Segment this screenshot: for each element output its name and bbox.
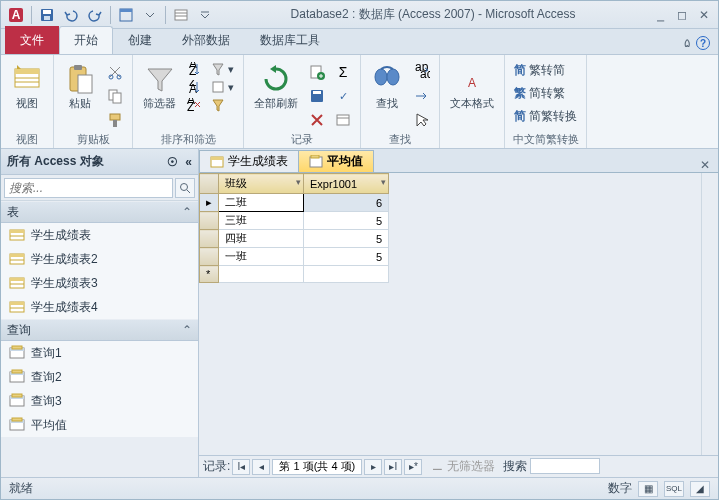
svg-rect-66: [12, 418, 22, 421]
selection-filter-button[interactable]: ▾: [208, 61, 237, 77]
view-button[interactable]: 视图: [7, 61, 47, 111]
nav-item-label: 平均值: [31, 417, 67, 434]
nav-search-button[interactable]: [175, 178, 195, 198]
column-header[interactable]: 班级▾: [219, 174, 304, 194]
document-tab[interactable]: 学生成绩表: [199, 150, 299, 172]
record-search-input[interactable]: [530, 458, 600, 474]
nav-item[interactable]: 查询3: [1, 389, 198, 413]
grid-cell[interactable]: [304, 266, 389, 283]
sort-asc-button[interactable]: AZ: [184, 61, 204, 77]
nav-group-header[interactable]: 查询⌃: [1, 319, 198, 341]
tab-database-tools[interactable]: 数据库工具: [245, 26, 335, 54]
design-view-button[interactable]: ◢: [690, 481, 710, 497]
save-icon[interactable]: [36, 4, 58, 26]
cut-icon[interactable]: [104, 61, 126, 83]
nav-last-button[interactable]: ▸I: [384, 459, 402, 475]
chinese-convert-button[interactable]: 简简繁转换: [511, 107, 580, 126]
redo-icon[interactable]: [84, 4, 106, 26]
svg-rect-57: [12, 346, 22, 349]
totals-icon[interactable]: Σ: [332, 61, 354, 83]
qat-customize-icon[interactable]: [194, 4, 216, 26]
trad-to-simp-button[interactable]: 简繁转简: [511, 61, 580, 80]
row-selector[interactable]: [200, 212, 219, 230]
record-position-input[interactable]: [272, 459, 362, 475]
toggle-filter-button[interactable]: [208, 97, 237, 113]
undo-icon[interactable]: [60, 4, 82, 26]
grid-cell[interactable]: 5: [304, 230, 389, 248]
close-tab-button[interactable]: ✕: [692, 158, 718, 172]
qat-table-icon[interactable]: [170, 4, 192, 26]
column-header[interactable]: Expr1001▾: [304, 174, 389, 194]
close-button[interactable]: ✕: [694, 7, 714, 23]
nav-item[interactable]: 学生成绩表: [1, 223, 198, 247]
nav-dropdown-icon[interactable]: ☉: [167, 155, 178, 169]
grid-cell[interactable]: 5: [304, 212, 389, 230]
advanced-filter-button[interactable]: ▾: [208, 79, 237, 95]
nav-first-button[interactable]: I◂: [232, 459, 250, 475]
nav-search-input[interactable]: [4, 178, 173, 198]
row-selector[interactable]: ▸: [200, 194, 219, 212]
app-icon[interactable]: A: [5, 4, 27, 26]
sort-desc-button[interactable]: ZA: [184, 79, 204, 95]
tab-external-data[interactable]: 外部数据: [167, 26, 245, 54]
select-icon[interactable]: [411, 109, 433, 131]
nav-item[interactable]: 学生成绩表2: [1, 247, 198, 271]
help-icon[interactable]: ?: [696, 36, 710, 50]
minimize-button[interactable]: ⎯: [650, 7, 670, 23]
nav-collapse-icon[interactable]: «: [185, 155, 192, 169]
nav-header[interactable]: 所有 Access 对象 ☉ «: [1, 149, 198, 175]
save-record-icon[interactable]: [306, 85, 328, 107]
grid-cell[interactable]: 一班: [219, 248, 304, 266]
grid-cell[interactable]: 5: [304, 248, 389, 266]
vertical-scrollbar[interactable]: [701, 173, 718, 455]
new-record-icon[interactable]: [306, 61, 328, 83]
nav-item[interactable]: 查询2: [1, 365, 198, 389]
simp-to-trad-button[interactable]: 繁简转繁: [511, 84, 580, 103]
nav-prev-button[interactable]: ◂: [252, 459, 270, 475]
delete-record-icon[interactable]: [306, 109, 328, 131]
svg-rect-70: [311, 155, 319, 158]
nav-item[interactable]: 学生成绩表3: [1, 271, 198, 295]
text-format-button[interactable]: A 文本格式: [446, 61, 498, 111]
goto-icon[interactable]: [411, 85, 433, 107]
copy-icon[interactable]: [104, 85, 126, 107]
maximize-button[interactable]: ◻: [672, 7, 692, 23]
grid-cell[interactable]: [219, 266, 304, 283]
tab-file[interactable]: 文件: [5, 26, 59, 54]
nav-item[interactable]: 学生成绩表4: [1, 295, 198, 319]
format-painter-icon[interactable]: [104, 109, 126, 131]
minimize-ribbon-icon[interactable]: ۵: [684, 36, 690, 50]
nav-item[interactable]: 平均值: [1, 413, 198, 437]
row-selector[interactable]: [200, 230, 219, 248]
nav-next-button[interactable]: ▸: [364, 459, 382, 475]
nav-item[interactable]: 查询1: [1, 341, 198, 365]
select-all-corner[interactable]: [200, 174, 219, 194]
paste-button[interactable]: 粘贴: [60, 61, 100, 111]
clear-sort-button[interactable]: AZ: [184, 97, 204, 113]
grid-cell[interactable]: 四班: [219, 230, 304, 248]
replace-icon[interactable]: abac: [411, 61, 433, 83]
sql-view-button[interactable]: SQL: [664, 481, 684, 497]
tab-create[interactable]: 创建: [113, 26, 167, 54]
grid-cell[interactable]: 6: [304, 194, 389, 212]
numlock-indicator: 数字: [608, 480, 632, 497]
nav-group-header[interactable]: 表⌃: [1, 201, 198, 223]
document-tab[interactable]: 平均值: [298, 150, 374, 172]
filter-button[interactable]: 筛选器: [139, 61, 180, 111]
datasheet-view-button[interactable]: ▦: [638, 481, 658, 497]
grid-cell[interactable]: 三班: [219, 212, 304, 230]
qat-dropdown-icon[interactable]: [139, 4, 161, 26]
qat-item-icon[interactable]: [115, 4, 137, 26]
nav-new-button[interactable]: ▸*: [404, 459, 422, 475]
query-icon: [9, 369, 25, 385]
tab-home[interactable]: 开始: [59, 26, 113, 54]
new-row-selector[interactable]: *: [200, 266, 219, 283]
row-selector[interactable]: [200, 248, 219, 266]
nav-item-label: 查询2: [31, 369, 62, 386]
datasheet-grid[interactable]: 班级▾Expr1001▾▸二班6三班5四班5一班5*: [199, 173, 701, 455]
find-button[interactable]: 查找: [367, 61, 407, 111]
more-records-icon[interactable]: [332, 109, 354, 131]
grid-cell[interactable]: 二班: [219, 194, 304, 212]
refresh-all-button[interactable]: 全部刷新: [250, 61, 302, 111]
spelling-icon[interactable]: ✓: [332, 85, 354, 107]
